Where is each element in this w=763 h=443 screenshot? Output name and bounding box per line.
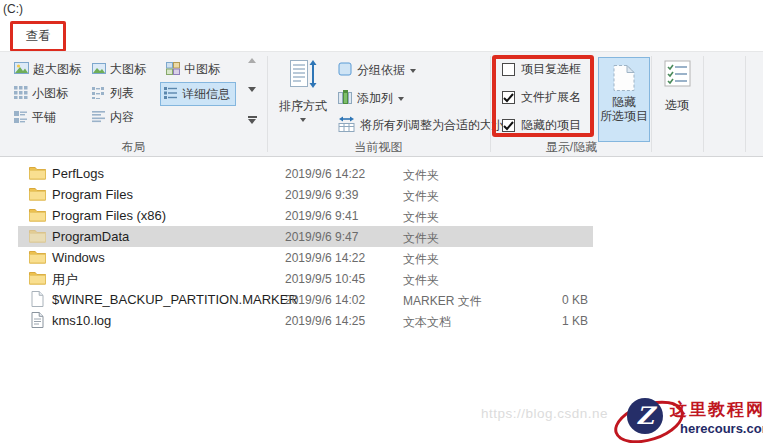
group-by-icon [338, 62, 352, 79]
file-date: 2019/9/6 14:25 [285, 314, 365, 328]
file-date: 2019/9/6 14:02 [285, 293, 365, 307]
file-type: 文件夹 [403, 251, 439, 268]
file-name: ProgramData [52, 229, 129, 244]
view-tiles-button[interactable]: 平铺 [14, 107, 56, 128]
view-small-icons-button[interactable]: 小图标 [14, 83, 68, 104]
gallery-scroll-down-icon[interactable] [248, 87, 256, 92]
add-columns-button[interactable]: 添加列 [338, 90, 404, 107]
hide-page-icon [612, 64, 636, 95]
gallery-scrollbar[interactable] [245, 58, 259, 124]
hide-selected-items-button[interactable]: 隐藏 所选项目 [598, 57, 650, 142]
gallery-scroll-up-icon[interactable] [248, 58, 256, 63]
view-button-label: 小图标 [32, 85, 68, 102]
picture-icon [14, 62, 29, 77]
details-icon [164, 86, 178, 102]
view-button-label: 超大图标 [33, 61, 81, 78]
add-columns-label: 添加列 [357, 90, 393, 107]
list-icon [92, 86, 106, 102]
size-all-columns-button[interactable]: 将所有列调整为合适的大小 [338, 116, 504, 135]
grid-2x2-icon [166, 62, 180, 78]
file-row-windows[interactable]: Windows 2019/9/6 14:22 文件夹 [0, 247, 763, 268]
tiles-icon [14, 110, 28, 126]
file-row-winre-marker[interactable]: $WINRE_BACKUP_PARTITION.MARKER 2019/9/6 … [0, 289, 763, 310]
file-date: 2019/9/6 9:39 [285, 188, 358, 202]
view-button-label: 中图标 [184, 61, 220, 78]
folder-icon [29, 250, 46, 268]
view-button-label: 列表 [110, 85, 134, 102]
file-name: Program Files (x86) [52, 208, 166, 223]
group-by-label: 分组依据 [357, 62, 405, 79]
view-button-label: 详细信息 [182, 86, 230, 103]
gallery-expand-icon[interactable] [248, 116, 257, 124]
file-type: 文件夹 [403, 209, 439, 226]
tab-view[interactable]: 查看 [10, 21, 66, 52]
view-large-icons-button[interactable]: 大图标 [92, 59, 146, 80]
file-size: 1 KB [518, 314, 588, 328]
folder-icon [29, 187, 46, 205]
file-row-program-files[interactable]: Program Files 2019/9/6 9:39 文件夹 [0, 184, 763, 205]
options-icon [664, 60, 691, 90]
file-size: 0 KB [518, 293, 588, 307]
file-row-programdata[interactable]: ProgramData 2019/9/6 9:47 文件夹 [0, 226, 763, 247]
ribbon: 超大图标 大图标 中图标 小图标 列表 详细信息 平铺 内容 [0, 51, 763, 157]
site-logo: Z 这里教程网 herecours.com [610, 394, 763, 443]
blank-file-icon [31, 291, 44, 311]
picture-icon [92, 63, 106, 77]
show-hide-group-label: 显示/隐藏 [492, 139, 651, 156]
view-extra-large-icons-button[interactable]: 超大图标 [14, 59, 81, 80]
group-separator [745, 56, 746, 152]
site-name: 这里教程网 [670, 398, 763, 421]
file-date: 2019/9/6 9:41 [285, 209, 358, 223]
file-name: PerfLogs [52, 166, 104, 181]
view-details-button[interactable]: 详细信息 [160, 82, 236, 106]
file-type: 文件夹 [403, 230, 439, 247]
options-button[interactable]: 选项 [655, 60, 699, 136]
file-row-users[interactable]: 用户 2019/9/5 10:45 文件夹 [0, 268, 763, 289]
red-highlight-box [492, 55, 594, 137]
tab-view-label: 查看 [26, 28, 51, 45]
logo-z-icon: Z [627, 398, 663, 434]
file-row-kms10-log[interactable]: kms10.log 2019/9/6 14:25 文本文档 1 KB [0, 310, 763, 331]
layout-group-label: 布局 [0, 139, 267, 156]
size-all-columns-label: 将所有列调整为合适的大小 [360, 117, 504, 134]
file-date: 2019/9/6 14:22 [285, 251, 365, 265]
group-by-button[interactable]: 分组依据 [338, 62, 416, 79]
content-icon [92, 110, 106, 126]
sort-by-button[interactable]: 排序方式 [274, 58, 332, 142]
csdn-watermark: https://blog.csdn.ne [481, 406, 608, 421]
view-medium-icons-button[interactable]: 中图标 [166, 59, 220, 80]
hidden-folder-icon [29, 229, 46, 247]
view-list-button[interactable]: 列表 [92, 83, 134, 104]
file-row-program-files-x86[interactable]: Program Files (x86) 2019/9/6 9:41 文件夹 [0, 205, 763, 226]
add-column-icon [338, 90, 352, 107]
explorer-window: (C:) 查看 超大图标 大图标 中图标 小图标 列表 详细信息 [0, 0, 763, 443]
file-type: 文件夹 [403, 167, 439, 184]
chevron-down-icon [300, 118, 306, 122]
current-view-group-label: 当前视图 [267, 139, 490, 156]
chevron-down-icon [398, 97, 404, 101]
group-separator [490, 56, 491, 152]
hide-selected-label-line2: 所选项目 [600, 109, 648, 123]
file-type: MARKER 文件 [403, 293, 482, 310]
view-content-button[interactable]: 内容 [92, 107, 134, 128]
chevron-down-icon [410, 69, 416, 73]
group-separator [267, 56, 268, 152]
file-name: 用户 [52, 271, 78, 289]
folder-icon [29, 271, 46, 289]
file-name: Program Files [52, 187, 133, 202]
sort-icon [288, 58, 318, 93]
view-button-label: 大图标 [110, 61, 146, 78]
file-type: 文本文档 [403, 314, 451, 331]
file-date: 2019/9/6 9:47 [285, 230, 358, 244]
grid-3x3-icon [14, 86, 28, 102]
file-row-perflogs[interactable]: PerfLogs 2019/9/6 14:22 文件夹 [0, 163, 763, 184]
group-separator [651, 56, 652, 152]
site-domain: herecours.com [680, 421, 763, 436]
sort-by-label: 排序方式 [279, 98, 327, 115]
file-name: Windows [52, 250, 105, 265]
file-name: kms10.log [52, 313, 111, 328]
view-button-label: 内容 [110, 109, 134, 126]
file-name: $WINRE_BACKUP_PARTITION.MARKER [52, 292, 298, 307]
options-label: 选项 [665, 97, 689, 114]
text-file-icon [31, 312, 44, 332]
